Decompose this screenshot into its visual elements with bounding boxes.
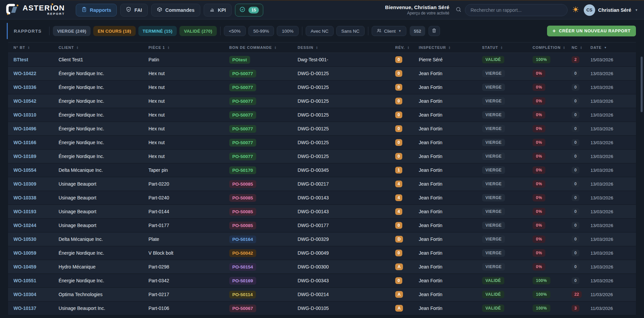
column-header-date[interactable]: DATE▼	[590, 42, 636, 53]
table-cell: Patin	[148, 53, 229, 67]
search-input[interactable]	[465, 4, 568, 16]
vertical-scrollbar[interactable]	[641, 57, 643, 112]
bt-link[interactable]: WO-10551	[13, 278, 36, 283]
theme-toggle-button[interactable]	[572, 6, 579, 14]
cell-content: Dwg-Test-001-	[298, 57, 395, 62]
table-row[interactable]: WO-10244Usinage BeauportPart-0177PO-5008…	[8, 219, 636, 232]
delete-button[interactable]	[429, 26, 440, 36]
inspecteur-cell: Jean Fortin	[419, 167, 442, 173]
completion-badge: 0%	[533, 84, 545, 91]
table-row[interactable]: WO-10459Hydro MécaniquePart-0298PO-50154…	[8, 260, 636, 274]
bt-link[interactable]: WO-10309	[13, 181, 36, 187]
table-cell: 13/03/2026	[590, 94, 636, 108]
dessin-cell: DWG-D-00105	[298, 306, 329, 311]
table-row[interactable]: WO-10530Delta Mécanique Inc.PlatePO-5016…	[8, 232, 636, 246]
bt-link[interactable]: WO-10459	[13, 264, 36, 269]
table-row[interactable]: WO-10336Énergie Nordique Inc.Hex nutPO-5…	[8, 81, 636, 94]
nav-fai[interactable]: FAI	[120, 4, 148, 17]
table-row[interactable]: WO-10542Énergie Nordique Inc.Hex nutPO-5…	[8, 94, 636, 108]
column-header-bt[interactable]: N° BT▲▼	[8, 42, 59, 53]
table-row[interactable]: BTtestClient Test1PatinPOtestDwg-Test-00…	[8, 53, 636, 67]
column-header-dessin[interactable]: DESSIN▲▼	[298, 42, 395, 53]
cell-content: PO-50077	[229, 84, 298, 91]
nav-rapports[interactable]: Rapports	[76, 4, 117, 17]
table-cell: 0	[395, 246, 419, 260]
column-header-client[interactable]: CLIENT▲▼	[59, 42, 148, 53]
column-header-completion[interactable]: COMPLÉTION▲▼	[533, 42, 572, 53]
column-header-rev[interactable]: RÉV.▲▼	[395, 42, 419, 53]
completion-filter[interactable]: 100%	[277, 26, 299, 36]
table-cell: 0%	[533, 246, 572, 260]
bt-link[interactable]: WO-10542	[13, 98, 36, 104]
table-row[interactable]: WO-10059Énergie Nordique Inc.V Block bol…	[8, 246, 636, 260]
table-row[interactable]: WO-10189Énergie Nordique Inc.Hex nutPO-5…	[8, 150, 636, 163]
table-cell: DWG-D-00343	[298, 274, 395, 288]
status-filter-orange[interactable]: EN COURS (18)	[93, 26, 135, 36]
cell-content: A	[395, 305, 419, 312]
table-row[interactable]: WO-10551Énergie Nordique Inc.Part-0342PO…	[8, 274, 636, 288]
nav-kpi[interactable]: KPI	[204, 4, 232, 17]
nc-filter[interactable]: Avec NC	[306, 26, 334, 36]
table-row[interactable]: WO-10554Delta Mécanique Inc.Taper pinPO-…	[8, 163, 636, 177]
bt-link[interactable]: WO-10530	[13, 236, 36, 242]
table-cell: Jean Fortin	[419, 191, 482, 205]
bt-link[interactable]: WO-10059	[13, 250, 36, 256]
bt-link[interactable]: WO-10189	[13, 154, 36, 159]
bt-link[interactable]: WO-10304	[13, 292, 36, 297]
bt-link[interactable]: WO-10244	[13, 223, 36, 228]
table-row[interactable]: WO-10193Usinage BeauportPart-0144PO-5008…	[8, 205, 636, 219]
table-row[interactable]: WO-10309Usinage BeauportPart-0220PO-5008…	[8, 177, 636, 191]
cell-content: Client Test1	[59, 57, 148, 62]
table-cell: Usinage Beauport	[59, 191, 148, 205]
table-row[interactable]: WO-10338Usinage BeauportPart-0240PO-5008…	[8, 191, 636, 205]
cell-content: 100%	[533, 305, 572, 312]
bt-link[interactable]: WO-10336	[13, 85, 36, 90]
bt-link[interactable]: WO-10166	[13, 140, 36, 145]
completion-filter[interactable]: <50%	[224, 26, 246, 36]
table-row[interactable]: WO-10310Énergie Nordique Inc.Hex nutPO-5…	[8, 108, 636, 122]
column-header-nc[interactable]: NC▲▼	[572, 42, 590, 53]
bt-link[interactable]: WO-10496	[13, 126, 36, 131]
status-filter-gray[interactable]: VIERGE (249)	[53, 26, 91, 36]
client-filter-dropdown[interactable]: Client ▼	[372, 26, 406, 36]
bt-link[interactable]: BTtest	[13, 57, 28, 62]
inspecteur-cell: Jean Fortin	[419, 71, 442, 76]
rev-badge: A	[395, 305, 403, 312]
bt-link[interactable]: WO-10338	[13, 195, 36, 200]
date-cell: 13/03/2026	[590, 195, 613, 200]
nav-tasks[interactable]: 15	[235, 4, 263, 17]
table-row[interactable]: WO-10422Énergie Nordique Inc.Hex nutPO-5…	[8, 67, 636, 81]
table-row[interactable]: WO-10137Usinage Beauport Inc.Part-0106PO…	[8, 301, 636, 315]
po-badge: PO-50077	[229, 139, 256, 147]
nc-badge: 0	[572, 153, 579, 160]
table-cell: Jean Fortin	[419, 94, 482, 108]
table-cell: 0%	[533, 108, 572, 122]
status-filter-cyan[interactable]: TERMINÉ (15)	[138, 26, 177, 36]
table-cell: Jean Fortin	[419, 219, 482, 232]
column-header-po[interactable]: BON DE COMMANDE▲▼	[229, 42, 298, 53]
nav-commandes[interactable]: Commandes	[151, 4, 200, 17]
bt-link[interactable]: WO-10554	[13, 167, 36, 173]
avatar: CS	[584, 4, 595, 16]
column-header-piece[interactable]: PIÈCE 1▲▼	[148, 42, 229, 53]
completion-filter[interactable]: 50-99%	[248, 26, 274, 36]
table-cell: PO-50164	[229, 232, 298, 246]
bt-link[interactable]: WO-10193	[13, 209, 36, 214]
piece-cell: Part-0106	[148, 306, 169, 311]
table-row[interactable]: WO-10166Énergie Nordique Inc.Hex nutPO-5…	[8, 136, 636, 150]
bt-link[interactable]: WO-10310	[13, 112, 36, 118]
bt-link[interactable]: WO-10137	[13, 306, 36, 311]
table-row[interactable]: WO-10496Énergie Nordique Inc.Hex nutPO-5…	[8, 122, 636, 136]
table-cell: 0%	[533, 260, 572, 274]
create-report-button[interactable]: + CRÉER UN NOUVEAU RAPPORT	[547, 26, 636, 36]
cell-content: Jean Fortin	[419, 98, 482, 104]
nc-filter[interactable]: Sans NC	[336, 26, 365, 36]
status-filter-green[interactable]: VALIDÉ (270)	[179, 26, 216, 36]
column-header-inspecteur[interactable]: INSPECTEUR▲▼	[419, 42, 482, 53]
table-row[interactable]: WO-10304Optima TechnologiesPart-0217PO-5…	[8, 288, 636, 301]
sort-icon: ▲▼	[167, 46, 170, 49]
column-header-statut[interactable]: STATUT▲▼	[482, 42, 533, 53]
sun-icon	[572, 6, 579, 14]
user-menu[interactable]: CS Christian Séré ▼	[584, 4, 638, 16]
bt-link[interactable]: WO-10422	[13, 71, 36, 76]
